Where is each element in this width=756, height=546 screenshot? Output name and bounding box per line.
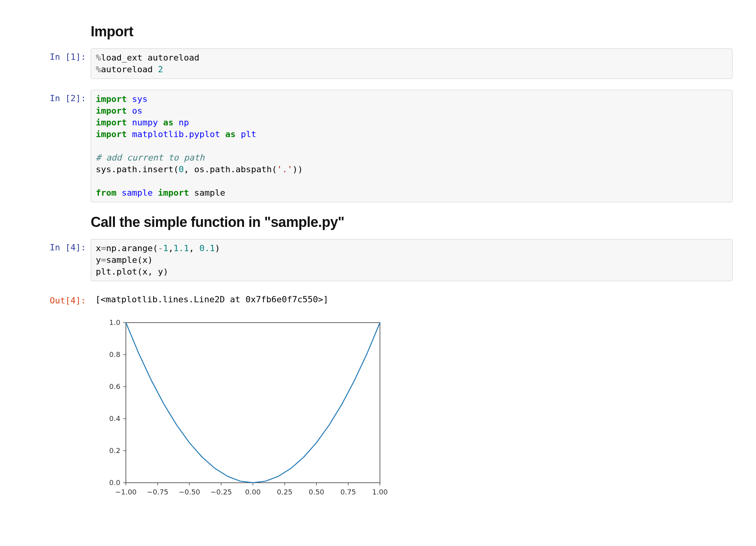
svg-text:1.0: 1.0 [109,318,120,327]
svg-text:0.25: 0.25 [277,488,292,496]
line-chart: 0.00.20.40.60.81.0−1.00−0.75−0.50−0.250.… [91,315,392,506]
svg-text:−1.00: −1.00 [115,488,136,496]
code-cell-2: In [2]: import sys import os import nump… [23,90,733,202]
output-cell-4: Out[4]: [<matplotlib.lines.Line2D at 0x7… [23,292,733,307]
code-input-4[interactable]: x=np.arange(-1,1.1, 0.1) y=sample(x) plt… [91,239,733,281]
svg-text:0.8: 0.8 [109,350,120,359]
code-input-2[interactable]: import sys import os import numpy as np … [91,90,733,202]
svg-text:1.00: 1.00 [372,488,388,496]
svg-text:0.50: 0.50 [308,488,324,496]
svg-rect-0 [126,323,380,483]
svg-text:0.4: 0.4 [109,414,120,423]
section-heading-import: Import [91,23,733,40]
prompt-in-1: In [1]: [23,48,91,62]
prompt-in-2: In [2]: [23,90,91,104]
code-cell-4: In [4]: x=np.arange(-1,1.1, 0.1) y=sampl… [23,239,733,281]
svg-text:0.2: 0.2 [109,446,120,455]
svg-text:0.0: 0.0 [109,478,120,487]
chart-output: 0.00.20.40.60.81.0−1.00−0.75−0.50−0.250.… [91,315,733,506]
svg-text:0.00: 0.00 [245,488,261,496]
svg-text:−0.50: −0.50 [179,488,200,496]
svg-text:−0.25: −0.25 [210,488,232,496]
svg-text:−0.75: −0.75 [147,488,168,496]
section-heading-call: Call the simple function in "sample.py" [91,214,733,230]
code-input-1[interactable]: %load_ext autoreload %autoreload 2 [91,48,733,79]
svg-text:0.75: 0.75 [340,488,356,496]
prompt-out-4: Out[4]: [23,292,91,306]
prompt-in-4: In [4]: [23,239,91,253]
output-text-4: [<matplotlib.lines.Line2D at 0x7fb6e0f7c… [91,292,733,307]
svg-text:0.6: 0.6 [109,382,120,391]
code-cell-1: In [1]: %load_ext autoreload %autoreload… [23,48,733,79]
